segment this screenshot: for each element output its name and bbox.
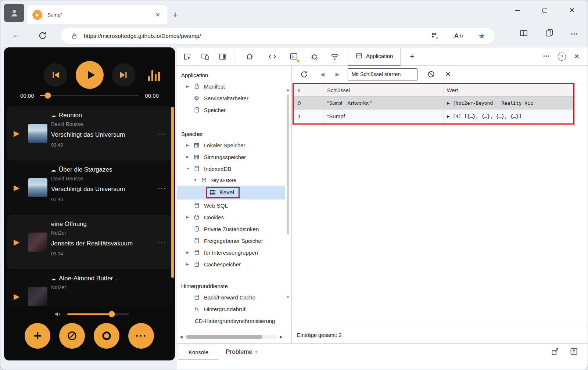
browser-menu-button[interactable]: ···: [571, 30, 578, 38]
address-bar[interactable]: https://microsoftedge.github.io/Demos/pw…: [61, 28, 495, 44]
table-row[interactable]: 1 " Sumpf ▶ (4) [{…}, {…}, {…}, {…}]: [293, 110, 574, 123]
debug-panel-button[interactable]: [309, 51, 320, 62]
column-header-index[interactable]: #: [293, 84, 323, 96]
browser-tab[interactable]: ▶ Sumpf ✕: [26, 5, 168, 25]
favorite-star-icon[interactable]: ★: [478, 32, 485, 40]
chevron-right-icon[interactable]: ▶: [186, 215, 193, 219]
track-menu-button[interactable]: ···: [158, 238, 166, 247]
inspect-element-button[interactable]: [182, 51, 193, 62]
tree-item-cookies[interactable]: ▶ Cookies: [177, 211, 291, 223]
player-scrollbar[interactable]: [171, 107, 174, 278]
chevron-right-icon[interactable]: ▶: [186, 262, 193, 266]
tree-item-manifest[interactable]: ▶ Manifest: [177, 80, 291, 92]
tree-item-lokaler-speicher[interactable]: ▶ Lokaler Speicher: [177, 139, 291, 151]
tree-item-private-zustandstoken[interactable]: Private Zustandstoken: [177, 223, 291, 235]
add-song-button[interactable]: +: [25, 323, 50, 349]
column-header-key[interactable]: Schlüssel: [323, 84, 444, 96]
close-window-button[interactable]: ✕: [567, 6, 577, 15]
track-row[interactable]: ▶ ☁Reunion David Rousse Verschlingt das …: [7, 106, 172, 161]
chevron-right-icon[interactable]: ▶: [186, 143, 193, 147]
browser-hub-button[interactable]: [545, 29, 554, 39]
track-menu-button[interactable]: ···: [158, 129, 166, 138]
record-button[interactable]: [94, 323, 119, 349]
url-text[interactable]: https://microsoftedge.github.io/Demos/pw…: [84, 33, 415, 39]
playlist-clear-button[interactable]: [59, 323, 85, 349]
tab-close-icon[interactable]: ✕: [154, 11, 162, 19]
refresh-button[interactable]: [38, 31, 47, 42]
chevron-down-icon[interactable]: ▼: [186, 167, 193, 170]
export-button[interactable]: [570, 347, 578, 357]
refresh-store-button[interactable]: [298, 69, 309, 80]
sources-panel-button[interactable]: [267, 51, 278, 62]
chevron-right-icon[interactable]: ▶: [186, 155, 193, 159]
tree-vertical-scrollbar[interactable]: ▲ ▼: [286, 88, 290, 299]
tree-item-cd-hintergrundsynchronisierung[interactable]: CD-Hintergrundsynchronisierung: [177, 315, 291, 327]
volume-slider[interactable]: [67, 313, 129, 315]
delete-selected-button[interactable]: ✕: [445, 70, 451, 78]
profile-avatar[interactable]: [4, 4, 24, 22]
expand-value-icon[interactable]: ▶: [447, 114, 450, 118]
seek-knob[interactable]: [45, 93, 51, 99]
tab-konsole[interactable]: Konsole: [179, 345, 218, 360]
track-menu-button[interactable]: ···: [158, 184, 166, 192]
dock-side-button[interactable]: [217, 51, 228, 62]
chevron-right-icon[interactable]: ▶: [186, 85, 193, 88]
column-header-value[interactable]: Wert: [444, 84, 574, 96]
help-button[interactable]: ?: [558, 53, 566, 61]
device-toolbar-button[interactable]: [200, 51, 211, 62]
play-button[interactable]: [76, 61, 104, 89]
previous-track-button[interactable]: [44, 63, 67, 87]
tree-item-hintergrundabruf[interactable]: Hintergrundabruf: [177, 303, 291, 315]
scroll-right-icon[interactable]: ▶: [280, 335, 283, 339]
tab-probleme[interactable]: Probleme +: [226, 348, 258, 356]
scrollbar-thumb[interactable]: [186, 335, 262, 339]
track-play-icon[interactable]: ▶: [14, 183, 19, 192]
devtools-more-button[interactable]: ···: [543, 53, 550, 60]
split-screen-button[interactable]: [519, 29, 528, 39]
track-play-icon[interactable]: ▶: [14, 238, 19, 247]
open-external-button[interactable]: [551, 347, 559, 357]
next-track-button[interactable]: [112, 63, 136, 87]
apps-launcher-button[interactable]: [431, 32, 439, 40]
seek-slider[interactable]: [40, 95, 139, 96]
previous-page-button[interactable]: ◀: [320, 71, 325, 77]
tree-item-cachespeicher[interactable]: ▶ Cachespeicher: [177, 258, 291, 270]
minimize-button[interactable]: [513, 6, 522, 15]
scrollbar-thumb[interactable]: [287, 94, 289, 234]
table-row[interactable]: 0 " Sumpf Artworks " ▶ {Noi2er-Beyond Re…: [293, 97, 574, 110]
player-more-button[interactable]: ···: [128, 323, 154, 349]
track-row[interactable]: ▶ eine Öffnung Noi2er Jenseits der Reali…: [7, 215, 172, 269]
scroll-up-icon[interactable]: ▲: [286, 88, 290, 91]
maximize-button[interactable]: [540, 6, 549, 15]
track-play-icon[interactable]: ▶: [14, 292, 19, 301]
tree-item-key-al-store[interactable]: ▼ key al-store: [177, 175, 291, 186]
expand-value-icon[interactable]: ▶: [447, 101, 450, 105]
devtools-close-button[interactable]: ✕: [574, 53, 580, 61]
chevron-right-icon[interactable]: ▶: [186, 251, 193, 254]
back-button[interactable]: ←: [12, 29, 21, 40]
track-row[interactable]: ▶ ☁Aloe-Almond Butter ... Noi2er: [7, 269, 172, 306]
home-panel-button[interactable]: [244, 51, 255, 62]
scroll-left-icon[interactable]: ◀: [180, 335, 183, 339]
console-panel-button[interactable]: [288, 51, 299, 62]
tree-item-servicemitarbeiter[interactable]: ⚙ ServiceMitarbeiter: [177, 92, 291, 104]
volume-knob[interactable]: [108, 311, 115, 317]
site-permissions-icon[interactable]: [71, 32, 78, 40]
tab-application[interactable]: Application: [348, 47, 401, 66]
tree-item-indexeddb[interactable]: ▼ IndexedDB: [177, 163, 291, 175]
more-tabs-button[interactable]: +: [406, 51, 417, 62]
tree-item-speicher[interactable]: Speicher: [177, 104, 291, 116]
tree-item-kevel[interactable]: Kevel: [177, 186, 285, 200]
tree-item-web-sql[interactable]: Web SQL: [177, 200, 291, 211]
key-filter-input[interactable]: [348, 68, 417, 80]
visualizer-button[interactable]: [148, 69, 163, 81]
track-play-icon[interactable]: ▶: [14, 129, 19, 138]
new-tab-button[interactable]: +: [172, 10, 178, 19]
scroll-down-icon[interactable]: ▼: [286, 295, 290, 299]
clear-object-store-button[interactable]: [426, 69, 437, 80]
track-row[interactable]: ▶ ☁Über die Stargazes David Rousse Versc…: [7, 161, 172, 215]
tree-item-freigegebener-speicher[interactable]: Freigegebener Speicher: [177, 235, 291, 247]
next-page-button[interactable]: ▶: [336, 71, 340, 77]
network-panel-button[interactable]: [329, 51, 340, 62]
tree-item-sitzungsspeicher[interactable]: ▶ Sitzungsspeicher: [177, 151, 291, 163]
